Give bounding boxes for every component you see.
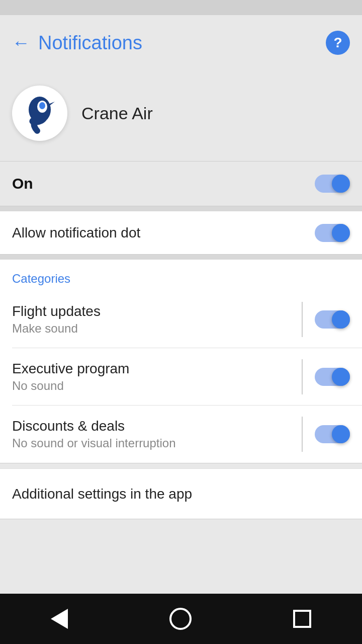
category-row-discounts-deals: Discounts & deals No sound or visual int… [0, 406, 362, 463]
app-logo [12, 86, 67, 141]
bottom-nav [0, 594, 362, 644]
content-spacer [0, 519, 362, 594]
notification-dot-label: Allow notification dot [12, 225, 140, 240]
page-title: Notifications [38, 32, 326, 54]
flight-updates-toggle-thumb [332, 310, 350, 329]
app-info-section: Crane Air [0, 70, 362, 161]
toggle-thumb [332, 175, 350, 193]
notification-dot-toggle-thumb [332, 224, 350, 242]
flight-updates-subtitle: Make sound [12, 321, 302, 336]
discounts-deals-title: Discounts & deals [12, 418, 302, 434]
discounts-deals-toggle[interactable] [315, 425, 350, 443]
back-button[interactable]: ← [12, 34, 30, 52]
nav-back-button[interactable] [51, 609, 68, 629]
svg-point-3 [39, 102, 45, 109]
discounts-deals-text: Discounts & deals No sound or visual int… [12, 418, 302, 450]
vertical-divider-1 [302, 302, 303, 337]
discounts-deals-subtitle: No sound or visual interruption [12, 436, 302, 450]
nav-home-icon [169, 608, 192, 630]
categories-section: Categories Flight updates Make sound Exe… [0, 260, 362, 463]
flight-updates-title: Flight updates [12, 303, 302, 319]
discounts-deals-toggle-thumb [332, 425, 350, 443]
section-divider-2 [0, 255, 362, 260]
app-name: Crane Air [81, 104, 153, 123]
status-bar [0, 0, 362, 15]
divider-3 [0, 463, 362, 463]
flight-updates-toggle[interactable] [315, 310, 350, 329]
main-toggle-label: On [12, 175, 315, 192]
help-icon: ? [333, 35, 342, 51]
nav-recent-button[interactable] [293, 610, 311, 628]
executive-program-subtitle: No sound [12, 379, 302, 393]
app-logo-image [17, 91, 62, 136]
notification-dot-toggle[interactable] [315, 224, 350, 242]
additional-settings-label: Additional settings in the app [12, 486, 192, 502]
vertical-divider-3 [302, 417, 303, 452]
nav-recent-icon [293, 610, 311, 628]
section-divider-1 [0, 206, 362, 211]
nav-back-icon [51, 609, 68, 629]
executive-program-text: Executive program No sound [12, 361, 302, 393]
flight-updates-text: Flight updates Make sound [12, 303, 302, 336]
notification-dot-row: Allow notification dot [0, 211, 362, 254]
category-row-executive-program: Executive program No sound [0, 348, 362, 406]
category-row-flight-updates: Flight updates Make sound [0, 291, 362, 348]
main-toggle[interactable] [315, 175, 350, 193]
notification-dot-text: Allow notification dot [12, 225, 315, 241]
nav-home-button[interactable] [169, 608, 192, 630]
executive-program-toggle-thumb [332, 368, 350, 386]
header: ← Notifications ? [0, 15, 362, 70]
help-button[interactable]: ? [326, 31, 350, 55]
additional-settings-row[interactable]: Additional settings in the app [0, 468, 362, 519]
executive-program-toggle[interactable] [315, 368, 350, 386]
main-toggle-row: On [0, 161, 362, 206]
categories-label: Categories [0, 260, 362, 291]
executive-program-title: Executive program [12, 361, 302, 377]
vertical-divider-2 [302, 359, 303, 394]
